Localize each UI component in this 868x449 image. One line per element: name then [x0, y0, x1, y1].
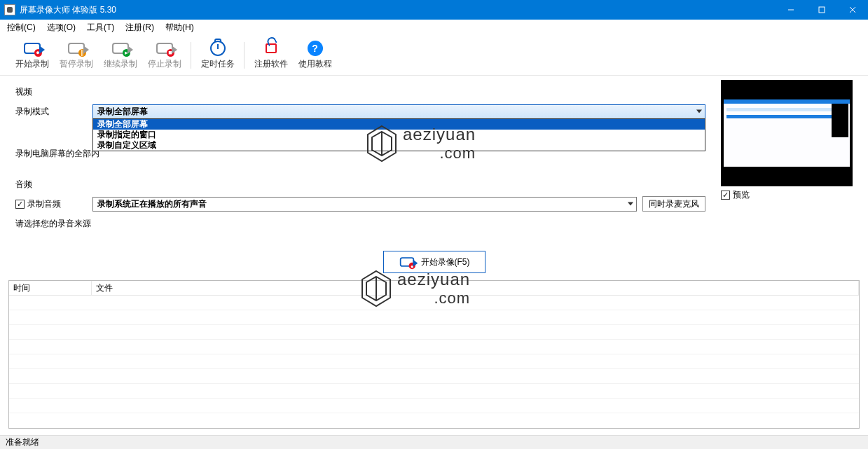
- record-audio-checkbox[interactable]: 录制音频: [15, 198, 61, 210]
- table-row: [9, 340, 859, 354]
- statusbar: 准备就绪: [0, 435, 868, 449]
- record-mode-dropdown: 录制全部屏幕 录制指定的窗口 录制自定义区域: [92, 118, 705, 151]
- table-row: [9, 354, 859, 369]
- pause-record-button[interactable]: ∥ 暂停录制: [57, 36, 95, 75]
- record-mode-label: 录制模式: [15, 106, 92, 118]
- checkbox-icon: [15, 200, 25, 209]
- timer-task-button[interactable]: 定时任务: [198, 36, 237, 75]
- start-recording-main-button[interactable]: ● 开始录像(F5): [383, 251, 485, 273]
- preview-checkbox[interactable]: 预览: [721, 189, 750, 201]
- record-audio-label: 录制音频: [27, 198, 61, 210]
- tutorial-button[interactable]: ? 使用教程: [296, 36, 334, 75]
- close-button[interactable]: [837, 0, 868, 20]
- video-desc: 录制电脑屏幕的全部内: [15, 148, 99, 160]
- menu-control[interactable]: 控制(C): [7, 22, 36, 34]
- preview-label: 预览: [733, 189, 750, 201]
- table-row: [9, 296, 859, 310]
- app-icon: [4, 4, 15, 15]
- record-mic-button[interactable]: 同时录麦克风: [642, 196, 705, 212]
- table-row: [9, 369, 859, 384]
- toolbar-separator: [191, 42, 191, 69]
- svg-rect-1: [819, 7, 825, 13]
- camera-record-icon: ●: [24, 43, 41, 54]
- menu-help[interactable]: 帮助(H): [165, 22, 194, 34]
- resume-record-button[interactable]: ▸ 继续录制: [101, 36, 139, 75]
- mode-option-window[interactable]: 录制指定的窗口: [93, 130, 705, 140]
- preview-panel: [721, 80, 853, 186]
- chevron-down-icon: [696, 110, 702, 113]
- col-file[interactable]: 文件: [92, 281, 859, 295]
- checkbox-icon: [721, 191, 730, 200]
- audio-group: 音频 录制音频 录制系统正在播放的所有声音 同时录麦克风 请: [8, 177, 712, 234]
- toolbar-separator: [244, 42, 244, 69]
- video-group: 视频 录制模式 录制全部屏幕 录制全部屏幕 录制指定的窗口 录制自定义区域 录制: [8, 84, 712, 164]
- status-text: 准备就绪: [6, 436, 39, 448]
- camera-pause-icon: ∥: [68, 43, 85, 54]
- menubar: 控制(C) 选项(O) 工具(T) 注册(R) 帮助(H): [0, 20, 868, 35]
- camera-stop-icon: ■: [156, 43, 173, 54]
- table-row: [9, 310, 859, 325]
- col-time[interactable]: 时间: [9, 281, 92, 295]
- register-software-button[interactable]: 注册软件: [252, 36, 290, 75]
- camera-resume-icon: ▸: [112, 43, 129, 54]
- audio-desc: 请选择您的录音来源: [15, 218, 91, 230]
- video-group-label: 视频: [15, 86, 32, 98]
- table-row: [9, 325, 859, 340]
- window-title: 屏幕录像大师 体验版 5.30: [20, 4, 776, 16]
- audio-source-combo[interactable]: 录制系统正在播放的所有声音: [92, 197, 637, 212]
- titlebar: 屏幕录像大师 体验版 5.30: [0, 0, 868, 20]
- start-recording-label: 开始录像(F5): [421, 256, 470, 268]
- maximize-button[interactable]: [806, 0, 837, 20]
- start-record-button[interactable]: ● 开始录制: [13, 36, 51, 75]
- clock-icon: [210, 41, 226, 56]
- mode-option-region[interactable]: 录制自定义区域: [93, 140, 705, 151]
- stop-record-button[interactable]: ■ 停止录制: [145, 36, 184, 75]
- unlock-icon: [266, 43, 277, 53]
- audio-group-label: 音频: [15, 179, 32, 191]
- recordings-table: 时间 文件: [8, 280, 860, 429]
- help-icon: ?: [308, 41, 323, 56]
- toolbar: ● 开始录制 ∥ 暂停录制 ▸ 继续录制 ■ 停止录制 定时任务 注册软件 ? …: [0, 35, 868, 76]
- record-mode-value: 录制全部屏幕: [97, 106, 148, 118]
- table-row: [9, 399, 859, 413]
- mode-option-fullscreen[interactable]: 录制全部屏幕: [93, 119, 705, 130]
- audio-source-value: 录制系统正在播放的所有声音: [97, 198, 207, 210]
- table-row: [9, 384, 859, 399]
- menu-register[interactable]: 注册(R): [125, 22, 154, 34]
- camera-record-icon: ●: [399, 257, 413, 267]
- minimize-button[interactable]: [776, 0, 806, 20]
- menu-tools[interactable]: 工具(T): [87, 22, 114, 34]
- menu-options[interactable]: 选项(O): [47, 22, 76, 34]
- record-mode-combo[interactable]: 录制全部屏幕: [92, 104, 705, 119]
- chevron-down-icon: [628, 202, 633, 206]
